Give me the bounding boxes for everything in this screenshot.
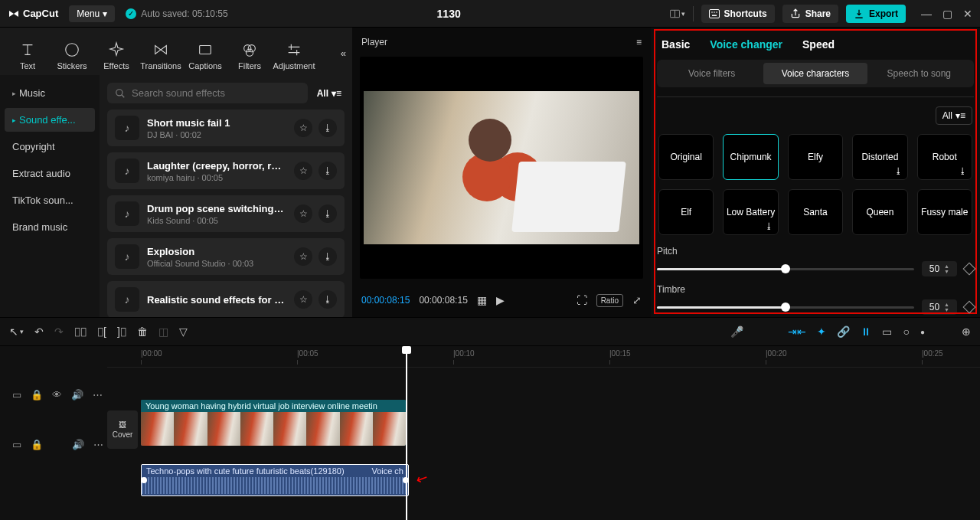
play-button[interactable]: ▶ [496,294,505,306]
cursor-tool[interactable]: ↖ ▾ [9,325,24,338]
cover-button[interactable]: 🖼Cover [107,410,138,449]
tab-stickers[interactable]: Stickers [52,41,92,75]
menu-button[interactable]: Menu ▾ [69,5,115,22]
tab-captions[interactable]: Captions [185,41,225,75]
tab-text[interactable]: Text [8,41,47,75]
delete-tool[interactable]: 🗑 [137,325,148,338]
crop-tool[interactable]: ◫ [158,325,168,338]
collapse-icon[interactable]: « [341,47,346,59]
trim-left-tool[interactable]: ⌷[ [97,325,106,338]
timbre-slider[interactable] [657,306,914,309]
track-mute-icon[interactable]: 🔊 [71,389,83,401]
sidebar-item-tiktok-sounds[interactable]: TikTok soun... [5,188,95,212]
pitch-slider[interactable] [657,268,914,270]
zoom-slider-knob[interactable]: ● [920,328,925,336]
tab-transitions[interactable]: Transitions [141,41,181,75]
voice-robot[interactable]: Robot⭳ [917,134,972,180]
close-button[interactable]: ✕ [963,8,972,20]
sidebar-item-extract-audio[interactable]: Extract audio [5,162,95,185]
sidebar-item-brand-music[interactable]: Brand music [5,215,95,239]
download-button[interactable]: ⭳ [318,119,337,137]
snap-tool[interactable]: ⇥⇤ [788,325,806,338]
player-menu-icon[interactable]: ≡ [636,37,642,47]
export-button[interactable]: Export [846,5,906,23]
sidebar-item-sound-effects[interactable]: ▸Sound effe... [5,108,95,132]
voice-elf[interactable]: Elf [658,189,714,235]
timeline-ruler[interactable]: |00:00 |00:05 |00:10 |00:15 |00:20 |00:2… [107,346,980,368]
list-item[interactable]: ♪ Drum pop scene switching(11...Kids Sou… [107,195,345,232]
list-item[interactable]: ♪ ExplosionOfficial Sound Studio · 00:03… [107,238,345,275]
favorite-button[interactable]: ☆ [294,204,312,223]
grid-icon[interactable]: ▦ [477,294,487,306]
track-more-icon[interactable]: ⋯ [93,439,103,450]
voice-filter-all[interactable]: All▾≡ [936,106,972,125]
favorite-button[interactable]: ☆ [294,119,312,137]
download-button[interactable]: ⭳ [318,247,337,266]
track-visibility-icon[interactable]: 👁 [52,389,62,401]
video-preview[interactable] [360,57,643,279]
fullscreen-icon[interactable]: ⤢ [632,294,642,306]
track-more-icon[interactable]: ⋯ [93,389,103,401]
zoom-fit-button[interactable]: ⊕ [962,325,971,338]
align-tool[interactable]: ⏸ [861,325,871,338]
shortcuts-button[interactable]: Shortcuts [701,5,775,23]
download-button[interactable]: ⭳ [318,290,337,309]
voice-distorted[interactable]: Distorted⭳ [852,134,907,180]
timbre-value[interactable]: 50▲▼ [922,299,957,315]
favorite-button[interactable]: ☆ [294,162,312,180]
preview-tool[interactable]: ▭ [882,325,892,338]
track-lock-icon[interactable]: 🔒 [31,439,43,450]
download-button[interactable]: ⭳ [318,204,337,223]
clip-handle-left[interactable] [141,477,147,483]
voice-santa[interactable]: Santa [788,189,843,235]
minimize-button[interactable]: — [921,8,932,20]
subtab-speech-to-song[interactable]: Speech to song [867,63,971,84]
tab-speed[interactable]: Speed [802,38,835,51]
tab-voice-changer[interactable]: Voice changer [710,38,782,51]
filter-all-button[interactable]: All▾≡ [314,85,345,102]
stepper-icon[interactable]: ▲▼ [944,302,949,312]
voice-fussy-male[interactable]: Fussy male [917,189,972,235]
layout-icon[interactable]: ▾ [670,6,685,21]
maximize-button[interactable]: ▢ [942,8,952,20]
download-button[interactable]: ⭳ [318,162,337,180]
video-clip[interactable]: Young woman having hybrid virtual job in… [141,400,406,446]
subtab-voice-characters[interactable]: Voice characters [763,63,867,84]
stepper-icon[interactable]: ▲▼ [944,263,949,274]
audio-clip[interactable]: Techno-pops with cute future futuristic … [141,464,409,496]
keyframe-icon[interactable] [963,301,976,314]
favorite-button[interactable]: ☆ [294,290,312,309]
voice-original[interactable]: Original [658,134,714,180]
link-tool[interactable]: 🔗 [837,325,850,338]
tab-adjustment[interactable]: Adjustment [274,41,314,75]
favorite-button[interactable]: ☆ [294,247,312,266]
undo-button[interactable]: ↶ [34,325,44,338]
list-item[interactable]: ♪ Laughter (creepy, horror, reso...komiy… [107,152,345,189]
zoom-out-button[interactable]: ○ [903,325,909,338]
list-item[interactable]: ♪ Short music fail 1DJ BAI · 00:02 ☆⭳ [107,110,345,146]
magnet-tool[interactable]: ✦ [817,325,826,338]
sidebar-item-music[interactable]: ▸Music [5,81,95,105]
track-collapse-icon[interactable]: ▭ [12,439,21,450]
voice-chipmunk[interactable]: Chipmunk [723,134,778,180]
keyframe-icon[interactable] [963,263,976,276]
voice-elfy[interactable]: Elfy [788,134,843,180]
subtab-voice-filters[interactable]: Voice filters [660,63,763,84]
pitch-value[interactable]: 50▲▼ [922,261,957,276]
tab-effects[interactable]: Effects [96,41,136,75]
microphone-button[interactable]: 🎤 [730,325,743,338]
track-mute-icon[interactable]: 🔊 [72,439,84,450]
redo-button[interactable]: ↷ [54,325,64,338]
timeline-tracks[interactable]: |00:00 |00:05 |00:10 |00:15 |00:20 |00:2… [107,346,980,520]
track-lock-icon[interactable]: 🔒 [31,389,43,401]
voice-low-battery[interactable]: Low Battery⭳ [723,189,778,235]
search-input[interactable]: Search sound effects [107,83,308,103]
split-tool[interactable]: ⌷⌷ [74,325,87,338]
tab-filters[interactable]: Filters [230,41,270,75]
scan-icon[interactable]: ⛶ [577,294,587,306]
sidebar-item-copyright[interactable]: Copyright [5,135,95,159]
ratio-button[interactable]: Ratio [596,294,623,307]
track-collapse-icon[interactable]: ▭ [12,389,21,401]
voice-queen[interactable]: Queen [852,189,907,235]
trim-right-tool[interactable]: ]⌷ [117,325,126,338]
